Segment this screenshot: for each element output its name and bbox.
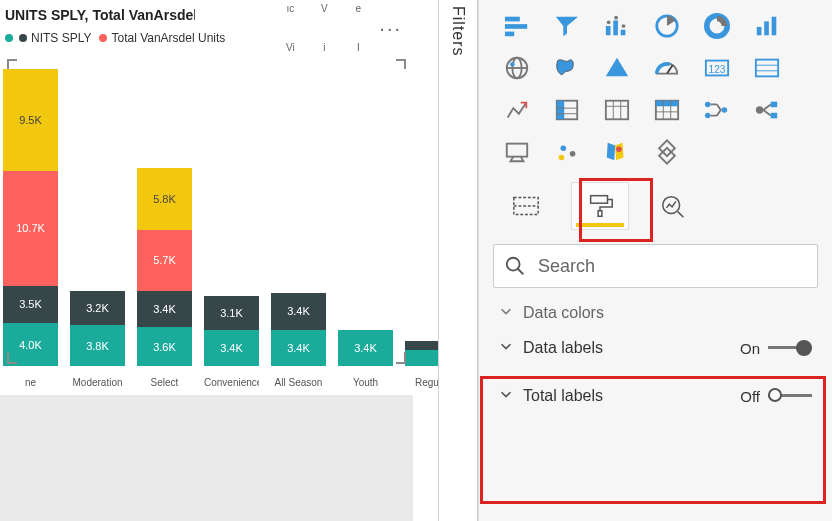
shape-map-icon[interactable]	[597, 52, 637, 84]
category-label: All Season	[271, 377, 326, 388]
slicer-icon[interactable]	[547, 94, 587, 126]
toggle-state-label: Off	[740, 388, 760, 405]
legend-dot-red	[99, 34, 107, 42]
svg-rect-55	[591, 196, 608, 204]
key-influencers-icon[interactable]	[547, 136, 587, 168]
svg-point-47	[561, 146, 567, 152]
filters-pane-collapsed[interactable]: Filters	[438, 0, 478, 521]
svg-rect-22	[756, 60, 778, 77]
filters-pane-label: Filters	[449, 6, 467, 57]
section-data-colors[interactable]: Data colors	[489, 298, 822, 324]
format-tab[interactable]	[571, 182, 629, 230]
category-label: ne	[3, 377, 58, 388]
selection-handle-tr[interactable]	[394, 59, 406, 71]
data-labels-toggle[interactable]	[768, 340, 812, 356]
visual-header-tools: ıc Vi V i e I ···	[273, 3, 406, 53]
section-total-labels[interactable]: Total labels Off	[489, 372, 822, 420]
clustered-column-icon[interactable]	[647, 10, 687, 42]
matrix-icon[interactable]	[647, 94, 687, 126]
chart-segment[interactable]: 3.1K	[204, 296, 259, 329]
svg-rect-12	[757, 27, 762, 35]
legend-dot-teal	[5, 34, 13, 42]
svg-point-41	[756, 106, 763, 113]
format-tab-row	[497, 182, 814, 230]
r-visual-icon[interactable]	[697, 94, 737, 126]
svg-rect-29	[606, 101, 628, 120]
svg-line-42	[763, 104, 770, 110]
svg-rect-26	[557, 101, 564, 120]
analytics-tab[interactable]	[645, 182, 703, 230]
chart-segment[interactable]: 3.4K	[271, 330, 326, 366]
chart-segment[interactable]: 3.4K	[338, 330, 393, 366]
qna-icon[interactable]	[497, 136, 537, 168]
section-data-labels[interactable]: Data labels On	[489, 324, 822, 372]
svg-rect-46	[507, 144, 527, 157]
legend-dot-slate	[19, 34, 27, 42]
svg-rect-2	[505, 24, 527, 29]
chart-column[interactable]: 3.4K3.4K	[271, 63, 326, 366]
filled-map-icon[interactable]	[547, 52, 587, 84]
chart-column[interactable]: 3.2K3.8K	[70, 63, 125, 366]
chart-segment[interactable]: 3.4K	[204, 330, 259, 366]
toggle-state-label: On	[740, 340, 760, 357]
pin-visual-button[interactable]: ıc Vi	[273, 3, 307, 53]
chart-segment[interactable]: 5.7K	[137, 230, 192, 291]
search-placeholder: Search	[538, 256, 595, 277]
card-icon[interactable]: 123	[697, 52, 737, 84]
paginated-icon[interactable]	[647, 136, 687, 168]
azure-map-icon[interactable]	[597, 136, 637, 168]
clustered-bar-icon[interactable]	[597, 10, 637, 42]
chart-column[interactable]: 9.5K10.7K3.5K4.0K	[3, 63, 58, 366]
svg-point-40	[722, 107, 728, 113]
multirow-card-icon[interactable]	[747, 52, 787, 84]
visual-card[interactable]: UNITS SPLY, Total VanArsdel U NITS SPLY …	[0, 0, 413, 395]
svg-point-39	[705, 113, 711, 119]
visualization-type-grid: 123	[479, 0, 832, 176]
category-axis: neModerationSelectConvenienceAll SeasonY…	[3, 377, 408, 388]
chart-segment[interactable]: 3.4K	[271, 293, 326, 329]
svg-rect-56	[598, 211, 602, 217]
chart-column[interactable]: 3.4K	[338, 63, 393, 366]
svg-rect-1	[505, 17, 520, 22]
svg-point-18	[510, 62, 515, 67]
chart-column[interactable]: 3.1K3.4K	[204, 63, 259, 366]
pie-icon[interactable]	[697, 10, 737, 42]
chart-segment[interactable]: 3.6K	[137, 327, 192, 366]
svg-line-43	[763, 110, 770, 116]
svg-point-7	[607, 20, 611, 24]
stacked-column-chart[interactable]: 9.5K10.7K3.5K4.0K3.2K3.8K5.8K5.7K3.4K3.6…	[3, 63, 408, 366]
chart-segment[interactable]: 3.2K	[70, 291, 125, 325]
decomposition-icon[interactable]	[747, 94, 787, 126]
section-label: Data labels	[523, 339, 603, 357]
stacked-bar-icon[interactable]	[497, 10, 537, 42]
filters-applied-button[interactable]: V i	[307, 3, 341, 53]
chart-segment[interactable]: 5.8K	[137, 168, 192, 230]
chart-segment[interactable]: 3.8K	[70, 325, 125, 366]
chart-title: UNITS SPLY, Total VanArsdel U	[5, 7, 195, 23]
more-options-button[interactable]: ···	[375, 15, 406, 42]
chart-segment[interactable]: 9.5K	[3, 69, 58, 171]
chart-segment[interactable]: 10.7K	[3, 171, 58, 286]
total-labels-toggle[interactable]	[768, 388, 812, 404]
table-icon[interactable]	[597, 94, 637, 126]
selection-handle-bl[interactable]	[7, 352, 19, 364]
svg-rect-14	[772, 17, 777, 36]
svg-point-8	[614, 16, 618, 20]
section-label: Total labels	[523, 387, 603, 405]
focus-mode-button[interactable]: e I	[341, 3, 375, 53]
map-icon[interactable]	[497, 52, 537, 84]
chart-column[interactable]: 5.8K5.7K3.4K3.6K	[137, 63, 192, 366]
legend-label-2: Total VanArsdel Units	[111, 31, 225, 45]
chart-segment[interactable]: 3.4K	[137, 291, 192, 327]
report-canvas-bg	[0, 395, 413, 521]
format-search-input[interactable]: Search	[493, 244, 818, 288]
chart-segment[interactable]: 3.5K	[3, 286, 58, 324]
gauge-icon[interactable]	[647, 52, 687, 84]
selection-handle-br[interactable]	[394, 352, 406, 364]
stacked-column-icon[interactable]	[547, 10, 587, 42]
selection-handle-tl[interactable]	[7, 59, 19, 71]
donut-icon[interactable]	[747, 10, 787, 42]
fields-tab[interactable]	[497, 182, 555, 230]
svg-rect-5	[613, 20, 618, 35]
kpi-icon[interactable]	[497, 94, 537, 126]
